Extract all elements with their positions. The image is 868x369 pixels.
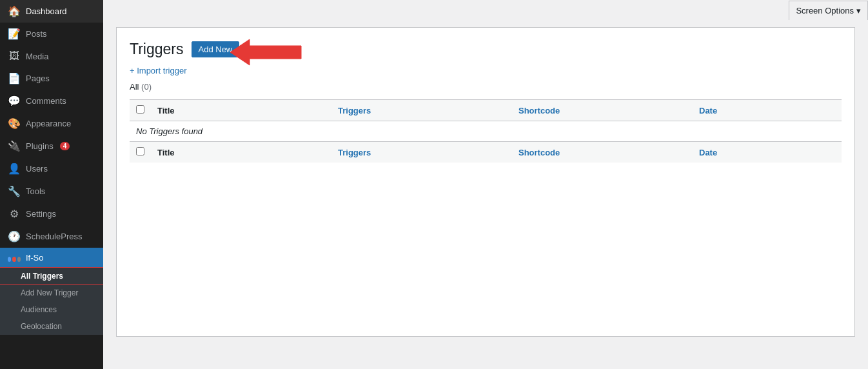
sidebar-label-users: Users <box>26 164 48 174</box>
sidebar-label-comments: Comments <box>26 96 66 106</box>
posts-icon: 📝 <box>8 28 21 40</box>
sidebar-label-schedulepress: SchedulePress <box>26 232 82 241</box>
sidebar-label-posts: Posts <box>26 29 47 39</box>
sidebar-item-plugins[interactable]: 🔌 Plugins 4 <box>0 135 103 157</box>
select-all-checkbox-footer[interactable] <box>136 147 144 155</box>
comments-icon: 💬 <box>8 95 21 107</box>
table-header-row: Title Triggers Shortcode Date <box>130 100 842 121</box>
sidebar-item-users[interactable]: 👤 Users <box>0 157 103 180</box>
sidebar-item-media[interactable]: 🖼 Media <box>0 45 103 67</box>
sidebar-item-pages[interactable]: 📄 Pages <box>0 67 103 90</box>
filter-links: All (0) <box>130 82 842 92</box>
sidebar-submenu-item-all-triggers[interactable]: All Triggers <box>0 268 103 284</box>
table-footer-row: Title Triggers Shortcode Date <box>130 142 842 163</box>
sidebar-item-comments[interactable]: 💬 Comments <box>0 90 103 112</box>
import-trigger-link[interactable]: + Import trigger <box>130 66 187 75</box>
users-icon: 👤 <box>8 163 21 175</box>
tools-icon: 🔧 <box>8 185 21 197</box>
pages-icon: 📄 <box>8 72 21 85</box>
sidebar-label-pages: Pages <box>26 74 50 83</box>
header-title[interactable]: Title <box>151 100 331 121</box>
footer-triggers[interactable]: Triggers <box>331 142 512 163</box>
add-new-container: Add New <box>192 41 240 57</box>
sidebar-label-plugins: Plugins <box>26 141 54 151</box>
no-items-row: No Triggers found <box>130 121 842 142</box>
sidebar-label-ifso: If-So <box>26 253 43 263</box>
svg-marker-0 <box>230 39 301 65</box>
top-bar: Screen Options ▾ <box>103 0 868 21</box>
ifso-icon <box>8 254 21 262</box>
sidebar-item-schedulepress[interactable]: 🕐 SchedulePress <box>0 225 103 248</box>
annotation-arrow <box>230 36 308 68</box>
media-icon: 🖼 <box>8 50 21 62</box>
filter-all-label[interactable]: All <box>130 82 139 92</box>
sidebar-submenu-item-audiences[interactable]: Audiences <box>0 301 103 318</box>
screen-options-label: Screen Options <box>796 6 854 15</box>
screen-options-button[interactable]: Screen Options ▾ <box>789 1 868 20</box>
settings-icon: ⚙ <box>8 208 21 220</box>
triggers-table: Title Triggers Shortcode Date No Trigger… <box>130 99 842 163</box>
page-title: Triggers <box>130 41 184 58</box>
sidebar-item-appearance[interactable]: 🎨 Appearance <box>0 112 103 135</box>
main-content: Screen Options ▾ Triggers Add New + Impo… <box>103 0 868 369</box>
footer-date[interactable]: Date <box>693 142 842 163</box>
sidebar-item-settings[interactable]: ⚙ Settings <box>0 203 103 225</box>
sidebar-item-posts[interactable]: 📝 Posts <box>0 23 103 45</box>
sidebar-label-settings: Settings <box>26 209 56 219</box>
appearance-icon: 🎨 <box>8 117 21 130</box>
plugins-icon: 🔌 <box>8 140 21 152</box>
footer-title[interactable]: Title <box>151 142 331 163</box>
sidebar-item-ifso[interactable]: If-So <box>0 248 103 268</box>
content-area: Triggers Add New + Import trigger All (0… <box>116 27 855 337</box>
sidebar-label-dashboard: Dashboard <box>26 6 67 16</box>
filter-count: (0) <box>141 82 152 92</box>
schedulepress-icon: 🕐 <box>8 230 21 243</box>
add-new-button[interactable]: Add New <box>192 41 240 57</box>
sidebar-submenu-item-add-new-trigger[interactable]: Add New Trigger <box>0 284 103 301</box>
sidebar-submenu-ifso: All Triggers Add New Trigger Audiences G… <box>0 268 103 335</box>
sidebar-label-tools: Tools <box>26 186 45 196</box>
header-shortcode[interactable]: Shortcode <box>512 100 693 121</box>
chevron-down-icon: ▾ <box>856 6 861 15</box>
plugins-badge: 4 <box>60 142 70 150</box>
header-triggers[interactable]: Triggers <box>331 100 512 121</box>
sidebar: 🏠 Dashboard 📝 Posts 🖼 Media 📄 Pages 💬 Co… <box>0 0 103 369</box>
footer-checkbox-col <box>130 142 151 163</box>
footer-shortcode[interactable]: Shortcode <box>512 142 693 163</box>
sidebar-label-media: Media <box>26 52 48 61</box>
sidebar-submenu-item-geolocation[interactable]: Geolocation <box>0 318 103 335</box>
page-title-row: Triggers Add New <box>130 41 842 58</box>
sidebar-label-appearance: Appearance <box>26 119 71 128</box>
header-date[interactable]: Date <box>693 100 842 121</box>
header-checkbox-col <box>130 100 151 121</box>
select-all-checkbox[interactable] <box>136 105 144 114</box>
sidebar-item-dashboard[interactable]: 🏠 Dashboard <box>0 0 103 23</box>
sidebar-item-tools[interactable]: 🔧 Tools <box>0 180 103 203</box>
dashboard-icon: 🏠 <box>8 5 21 17</box>
no-items-message: No Triggers found <box>130 121 842 142</box>
